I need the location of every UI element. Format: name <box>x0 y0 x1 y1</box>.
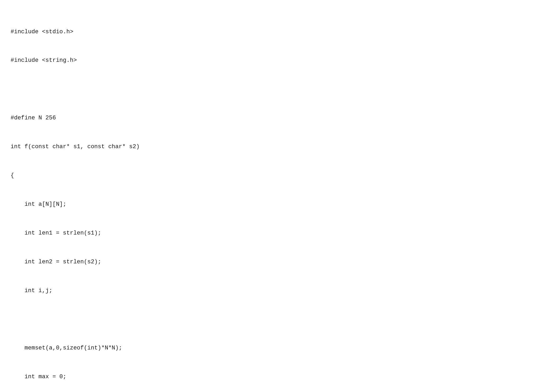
line-10: int i,j; <box>11 286 524 296</box>
line-empty-1 <box>11 85 524 94</box>
code-editor: #include <stdio.h> #include <string.h> #… <box>11 8 524 392</box>
line-1: #include <stdio.h> <box>11 27 524 37</box>
line-7: int a[N][N]; <box>11 200 524 209</box>
line-2: #include <string.h> <box>11 56 524 65</box>
line-empty-2 <box>11 315 524 324</box>
code-content: #include <stdio.h> #include <string.h> #… <box>11 8 524 392</box>
line-8: int len1 = strlen(s1); <box>11 228 524 238</box>
line-6: { <box>11 171 524 180</box>
line-4: #define N 256 <box>11 113 524 123</box>
line-9: int len2 = strlen(s2); <box>11 257 524 267</box>
line-5: int f(const char* s1, const char* s2) <box>11 142 524 152</box>
line-12: memset(a,0,sizeof(int)*N*N); <box>11 343 524 353</box>
line-13: int max = 0; <box>11 372 524 382</box>
